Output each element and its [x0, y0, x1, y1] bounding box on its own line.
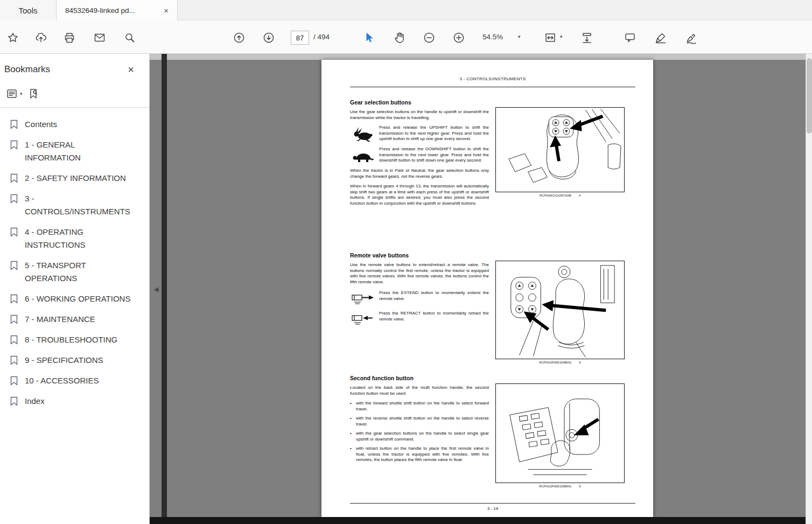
remote-valve-illustration: [496, 261, 624, 359]
bullet-item: with retract button on the handle to pla…: [356, 446, 489, 463]
retract-cylinder-icon: [350, 311, 376, 326]
zoom-dropdown-caret-icon[interactable]: ▾: [518, 34, 521, 39]
search-icon[interactable]: [122, 30, 137, 45]
tab-close-icon[interactable]: ×: [164, 6, 169, 15]
header-rule: [350, 87, 635, 87]
bookmark-item-general-information[interactable]: 1 - GENERAL INFORMATION: [5, 135, 143, 168]
bookmark-list: Contents 1 - GENERAL INFORMATION 2 - SAF…: [0, 108, 149, 411]
pdf-page: 3 - CONTROLS/INSTRUMENTS Gear selection …: [321, 60, 653, 517]
figure-caption: RCPH10FWD105BAG: [539, 485, 571, 488]
locate-bookmark-icon[interactable]: [27, 87, 40, 100]
zoom-level-value[interactable]: 54.5%: [482, 33, 503, 41]
section-title: Remote valve buttons: [350, 252, 489, 259]
zoom-in-icon[interactable]: [451, 30, 466, 45]
page-footer: 3 - 19: [350, 506, 635, 511]
page-number-input[interactable]: [291, 31, 309, 45]
bookmarks-close-icon[interactable]: ×: [128, 64, 134, 75]
gear-selection-illustration: [496, 108, 624, 192]
bookmark-item-specifications[interactable]: 9 - SPECIFICATIONS: [5, 350, 143, 371]
turtle-icon: [350, 146, 376, 164]
section-remote-valve: Remote valve buttons Use the remote valv…: [350, 252, 489, 330]
zoom-out-icon[interactable]: [422, 30, 437, 45]
bookmark-item-working-operations[interactable]: 6 - WORKING OPERATIONS: [5, 289, 143, 309]
panel-splitter[interactable]: [162, 54, 167, 524]
favorite-star-icon[interactable]: [5, 30, 20, 45]
figure-second-function: RCPH10FWD105BAG 6: [495, 383, 625, 488]
figure-remote-valve: RCPH10FWD104BAG 5: [495, 261, 625, 364]
comment-icon[interactable]: [622, 30, 638, 45]
page-scrolling-icon[interactable]: [579, 30, 594, 45]
bookmark-item-safety-information[interactable]: 2 - SAFETY INFORMATION: [5, 168, 143, 188]
bookmark-item-contents[interactable]: Contents: [5, 114, 143, 135]
bookmark-item-index[interactable]: Index: [5, 391, 143, 411]
tab-tools-label: Tools: [18, 6, 37, 15]
sign-icon[interactable]: [684, 30, 699, 45]
section-title: Gear selection buttons: [350, 99, 489, 106]
rabbit-icon: [350, 125, 376, 142]
figure-number: 5: [579, 361, 580, 364]
figure-gear-selection: RCPH09CCH297AAB 4: [495, 107, 625, 197]
next-page-icon[interactable]: [261, 30, 276, 45]
email-icon[interactable]: [92, 30, 107, 45]
tab-tools[interactable]: Tools: [0, 0, 57, 20]
bookmarks-panel-header: Bookmarks ×: [0, 54, 149, 80]
bottom-edge: [150, 517, 806, 524]
hand-tool-icon[interactable]: [392, 30, 407, 45]
collapse-panel-icon[interactable]: ◀: [152, 283, 160, 295]
pdf-viewer-window: Tools 84532649-linked pd... × / 49: [0, 0, 812, 524]
running-header: 3 - CONTROLS/INSTRUMENTS: [350, 76, 635, 81]
vertical-scrollbar[interactable]: [806, 54, 812, 524]
tab-document-label: 84532649-linked pd...: [65, 6, 135, 15]
cloud-upload-icon[interactable]: [33, 30, 48, 45]
main-toolbar: / 494 54.5% ▾ ▾: [0, 20, 812, 54]
figure-number: 4: [579, 194, 580, 197]
bookmarks-options-caret-icon: ▾: [20, 91, 23, 96]
second-function-illustration: [496, 384, 624, 483]
bookmarks-options-menu-icon[interactable]: ▾: [5, 87, 23, 100]
page-gap: [150, 54, 806, 60]
tab-document[interactable]: 84532649-linked pd... ×: [57, 0, 178, 20]
bullet-item: with the reverse shuttle shift button on…: [356, 416, 489, 427]
section-title: Second function button: [350, 375, 489, 382]
bookmarks-options-bar: ▾: [0, 80, 149, 108]
paragraph: When in forward gears 4 through 13, the …: [350, 184, 489, 206]
extend-cylinder-icon: [350, 290, 376, 305]
page-total-label: / 494: [313, 33, 330, 41]
paragraph: Use the gear selection buttons on the ha…: [350, 109, 489, 121]
bookmark-item-operating-instructions[interactable]: 4 - OPERATING INSTRUCTIONS: [5, 222, 143, 255]
fit-width-icon[interactable]: [543, 30, 558, 45]
retract-text: Press the RETRACT button to momentarily …: [379, 311, 489, 326]
extend-text: Press the EXTEND button to momentarily e…: [379, 290, 489, 305]
scrollbar-thumb[interactable]: [807, 58, 812, 134]
bullet-item: with the gear selection buttons on the h…: [356, 431, 489, 442]
tab-bar: Tools 84532649-linked pd... ×: [0, 0, 812, 20]
bookmark-item-troubleshooting[interactable]: 8 - TROUBLESHOOTING: [5, 330, 143, 350]
document-canvas[interactable]: ◀ 3 - CONTROLS/INSTRUMENTS Gear selectio…: [150, 54, 806, 524]
paragraph: Use the remote valve buttons to extend/r…: [350, 262, 489, 285]
previous-page-icon[interactable]: [232, 30, 247, 45]
bullet-item: with the forward shuttle shift button on…: [356, 401, 489, 412]
figure-number: 6: [579, 485, 580, 488]
select-tool-icon[interactable]: [362, 30, 377, 45]
print-icon[interactable]: [62, 30, 77, 45]
bookmark-item-controls-instruments[interactable]: 3 - CONTROLS/INSTRUMENTS: [5, 188, 143, 222]
footer-rule: [350, 503, 635, 504]
downshift-text: Press and release the DOWNSHIFT button t…: [379, 146, 489, 164]
paragraph: Located on the back side of the multi fu…: [350, 385, 489, 396]
bookmarks-title: Bookmarks: [4, 64, 50, 75]
bookmark-item-maintenance[interactable]: 7 - MAINTENANCE: [5, 309, 143, 330]
bookmarks-panel: Bookmarks × ▾ Contents 1 - GENERAL INFOR…: [0, 54, 150, 524]
upshift-text: Press and release the UPSHIFT button to …: [379, 125, 489, 142]
section-gear-selection: Gear selection buttons Use the gear sele…: [350, 99, 489, 211]
figure-caption: RCPH09CCH297AAB: [540, 194, 571, 197]
section-second-function: Second function button Located on the ba…: [350, 375, 489, 467]
bookmark-item-transport-operations[interactable]: 5 - TRANSPORT OPERATIONS: [5, 255, 143, 289]
bookmark-item-accessories[interactable]: 10 - ACCESSORIES: [5, 371, 143, 391]
figure-caption: RCPH10FWD104BAG: [539, 361, 571, 364]
fit-dropdown-caret-icon[interactable]: ▾: [560, 34, 563, 39]
highlight-icon[interactable]: [653, 30, 668, 45]
paragraph: When the tractor is in Park or Neutral, …: [350, 168, 489, 179]
bullet-list: •with the forward shuttle shift button o…: [350, 401, 489, 463]
